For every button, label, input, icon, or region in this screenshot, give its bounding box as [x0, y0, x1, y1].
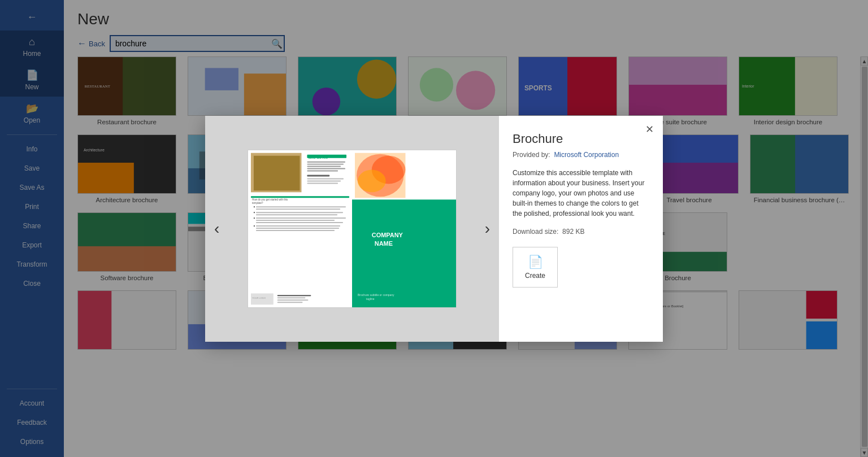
svg-rect-96: [256, 220, 335, 221]
modal-download-size: Download size: 892 KB: [513, 228, 649, 236]
svg-rect-95: [256, 217, 346, 219]
svg-rect-75: [307, 168, 345, 169]
svg-text:YOUR LOGO: YOUR LOGO: [252, 297, 266, 299]
svg-text:NAME: NAME: [375, 240, 393, 246]
modal-info: Brochure Provided by: Microsoft Corporat…: [499, 116, 663, 342]
modal-description: Customize this accessible template with …: [513, 168, 649, 219]
modal-provided-by: Provided by: Microsoft Corporation: [513, 151, 649, 159]
svg-rect-94: [254, 217, 255, 219]
svg-rect-101: [256, 229, 335, 230]
modal-preview-image: Who We Are: [248, 150, 457, 308]
svg-rect-80: [307, 182, 338, 184]
svg-rect-77: [307, 175, 329, 176]
modal-overlay: ✕ ‹: [0, 0, 868, 457]
svg-text:How do you get started with th: How do you get started with this: [252, 198, 288, 201]
svg-rect-98: [254, 225, 255, 227]
svg-rect-90: [256, 208, 340, 210]
modal: ✕ ‹: [205, 116, 663, 342]
svg-text:COMPANY: COMPANY: [372, 231, 403, 238]
svg-rect-105: [277, 297, 306, 298]
svg-rect-107: [277, 302, 303, 303]
modal-next-button[interactable]: ›: [480, 215, 494, 242]
svg-text:Who We Are: Who We Are: [308, 155, 328, 159]
modal-close-button[interactable]: ✕: [641, 121, 657, 137]
download-size-value: 892 KB: [562, 228, 584, 236]
modal-title: Brochure: [513, 132, 649, 146]
svg-rect-85: [251, 196, 349, 198]
provided-by-link[interactable]: Microsoft Corporation: [554, 151, 619, 159]
svg-rect-93: [256, 214, 337, 215]
create-icon: 📄: [528, 255, 543, 269]
svg-rect-91: [254, 212, 255, 213]
svg-rect-76: [307, 170, 338, 171]
svg-rect-79: [307, 180, 341, 181]
svg-rect-74: [307, 166, 341, 167]
svg-rect-73: [307, 163, 344, 164]
svg-rect-89: [256, 206, 346, 207]
svg-rect-78: [307, 178, 344, 179]
modal-prev-button[interactable]: ‹: [210, 215, 224, 242]
svg-text:template?: template?: [252, 202, 263, 204]
create-label: Create: [525, 272, 545, 280]
svg-rect-72: [307, 161, 345, 162]
svg-rect-69: [254, 155, 300, 190]
svg-point-84: [358, 169, 386, 192]
svg-rect-106: [277, 299, 309, 301]
modal-preview-area: ‹: [205, 116, 499, 342]
provided-by-label: Provided by:: [513, 151, 550, 159]
download-label: Download size:: [513, 228, 558, 236]
svg-rect-99: [256, 225, 340, 227]
svg-text:Brochure subtitle or company: Brochure subtitle or company: [358, 294, 394, 297]
svg-rect-100: [256, 228, 339, 229]
svg-text:tagline: tagline: [366, 298, 375, 301]
create-button[interactable]: 📄 Create: [513, 247, 558, 288]
svg-rect-97: [256, 222, 343, 223]
modal-body: ‹: [205, 116, 663, 342]
svg-rect-109: [352, 199, 456, 307]
svg-rect-104: [277, 295, 311, 296]
svg-rect-88: [254, 206, 255, 207]
svg-rect-92: [256, 212, 343, 213]
